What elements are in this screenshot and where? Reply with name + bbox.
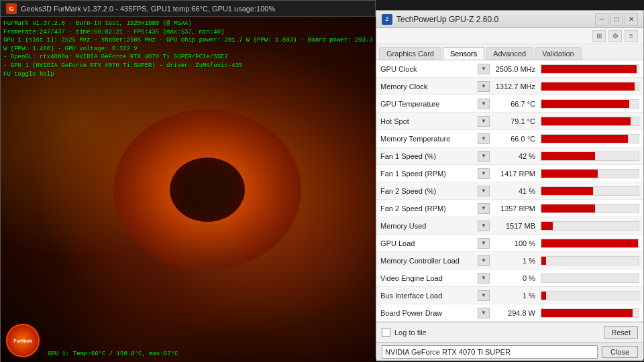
sensor-dropdown-2[interactable]: ▼ (478, 99, 490, 109)
sensor-name-4: Memory Temperature (380, 135, 478, 143)
furmark-info-line-2: Framerate:247/437 - time:00:02:21 - FPS:… (3, 28, 376, 37)
sensor-name-7: Fan 2 Speed (%) (380, 187, 478, 195)
sensor-name-0: GPU Clock (380, 65, 478, 73)
gpuz-tab-bar: Graphics Card Sensors Advanced Validatio… (376, 44, 643, 60)
sensor-bar-8 (541, 204, 595, 213)
sensor-bar-3 (541, 117, 631, 125)
sensor-row: Fan 1 Speed (RPM) ▼ 1417 RPM (376, 165, 643, 182)
sensor-bar-10 (541, 239, 638, 247)
sensor-bar-14 (541, 309, 633, 317)
sensor-value-1: 1312.7 MHz (494, 82, 541, 90)
sensor-dropdown-13[interactable]: ▼ (478, 290, 490, 301)
sensor-value-13: 1 % (494, 292, 541, 300)
sensor-name-13: Bus Interface Load (380, 292, 478, 300)
sensor-bar-1 (541, 82, 635, 90)
furmark-app-icon: G (6, 3, 17, 14)
sensor-dropdown-1[interactable]: ▼ (478, 81, 490, 92)
maximize-button[interactable]: □ (610, 13, 623, 25)
sensor-dropdown-0[interactable]: ▼ (478, 64, 490, 74)
sensor-bar-4 (541, 135, 628, 143)
sensor-dropdown-9[interactable]: ▼ (478, 221, 490, 231)
sensor-dropdown-4[interactable]: ▼ (478, 133, 490, 144)
tab-graphics-card[interactable]: Graphics Card (379, 47, 441, 60)
settings-icon[interactable]: ⚙ (608, 30, 622, 42)
gpuz-window: Z TechPowerUp GPU-Z 2.60.0 ─ □ ✕ ⊞ ⚙ ≡ G… (376, 10, 644, 359)
sensor-value-2: 66.7 °C (494, 100, 541, 108)
sensor-bar-container-1 (541, 82, 639, 91)
gpuz-toolbar: ⊞ ⚙ ≡ (376, 28, 643, 44)
sensor-value-0: 2505.0 MHz (494, 65, 541, 73)
sensor-dropdown-5[interactable]: ▼ (478, 151, 490, 162)
reset-button[interactable]: Reset (604, 326, 638, 339)
sensor-name-9: Memory Used (380, 222, 478, 230)
gpu-selector[interactable]: NVIDIA GeForce RTX 4070 Ti SUPER (382, 345, 598, 359)
sensor-row: GPU Temperature ▼ 66.7 °C (376, 95, 643, 113)
log-to-file-checkbox[interactable] (382, 328, 390, 337)
sensor-name-5: Fan 1 Speed (%) (380, 152, 478, 160)
furmark-content: FurMark v1.37.2.0 - Burn-In test, 1920x1… (1, 17, 376, 362)
sensor-bar-13 (541, 292, 546, 300)
sensor-row: Memory Used ▼ 1517 MB (376, 217, 643, 235)
sensor-row: GPU Load ▼ 100 % (376, 235, 643, 252)
copy-icon[interactable]: ⊞ (592, 30, 606, 42)
sensor-value-5: 42 % (494, 152, 541, 160)
sensor-bar-container-7 (541, 186, 639, 196)
sensor-bar-6 (541, 170, 598, 178)
sensor-row: Fan 2 Speed (RPM) ▼ 1357 RPM (376, 200, 643, 217)
furmark-titlebar: G Geeks3D FurMark v1.37.2.0 - 435FPS, GP… (1, 1, 375, 17)
sensor-row: Board Power Draw ▼ 294.8 W (376, 304, 643, 322)
sensor-dropdown-10[interactable]: ▼ (478, 238, 490, 249)
sensor-row: Memory Controller Load ▼ 1 % (376, 252, 643, 269)
tab-advanced[interactable]: Advanced (486, 47, 533, 60)
sensor-row: Memory Temperature ▼ 66.0 °C (376, 130, 643, 147)
sensor-bar-container-9 (541, 221, 639, 231)
minimize-button[interactable]: ─ (595, 13, 608, 25)
sensor-bar-5 (541, 152, 595, 160)
sensor-value-10: 100 % (494, 239, 541, 247)
sensor-dropdown-3[interactable]: ▼ (478, 116, 490, 127)
sensor-bar-container-6 (541, 169, 639, 178)
sensor-value-7: 41 % (494, 187, 541, 195)
gpuz-titlebar-controls[interactable]: ─ □ ✕ (595, 13, 638, 25)
furmark-bottom-info: GPU 1: Temp:66°C / 150.8°C, max:67°C (48, 351, 178, 357)
sensor-name-8: Fan 2 Speed (RPM) (380, 204, 478, 213)
sensor-dropdown-11[interactable]: ▼ (478, 255, 490, 266)
sensor-bar-11 (541, 257, 546, 265)
furmark-title: Geeks3D FurMark v1.37.2.0 - 435FPS, GPU1… (21, 5, 275, 13)
sensor-row: Fan 2 Speed (%) ▼ 41 % (376, 182, 643, 200)
gpuz-footer: NVIDIA GeForce RTX 4070 Ti SUPER Close (376, 342, 643, 361)
sensor-row: Fan 1 Speed (%) ▼ 42 % (376, 147, 643, 165)
sensor-name-3: Hot Spot (380, 117, 478, 125)
gpuz-titlebar: Z TechPowerUp GPU-Z 2.60.0 ─ □ ✕ (376, 11, 643, 28)
furmark-info-line-6: FU toggle help (3, 70, 376, 79)
sensor-value-8: 1357 RPM (494, 204, 541, 213)
sensor-bar-9 (541, 222, 553, 230)
tab-sensors[interactable]: Sensors (443, 47, 484, 60)
sensor-bar-container-14 (541, 308, 639, 318)
sensor-bar-7 (541, 187, 593, 195)
sensor-dropdown-8[interactable]: ▼ (478, 203, 490, 214)
window-close-button[interactable]: ✕ (625, 13, 638, 25)
sensor-bar-2 (541, 100, 629, 108)
tab-validation[interactable]: Validation (535, 47, 582, 60)
sensor-row: Memory Clock ▼ 1312.7 MHz (376, 78, 643, 95)
sensor-dropdown-12[interactable]: ▼ (478, 273, 490, 284)
log-to-file-label: Log to file (394, 328, 600, 337)
sensor-dropdown-14[interactable]: ▼ (478, 308, 490, 318)
sensor-bar-0 (541, 65, 637, 73)
sensor-row: Bus Interface Load ▼ 1 % (376, 287, 643, 304)
sensor-dropdown-7[interactable]: ▼ (478, 186, 490, 196)
menu-icon[interactable]: ≡ (625, 30, 638, 42)
furmark-info-line-1: FurMark v1.37.2.0 - Burn-In test, 1920x1… (3, 19, 376, 28)
sensor-name-1: Memory Clock (380, 82, 478, 90)
furmark-window: G Geeks3D FurMark v1.37.2.0 - 435FPS, GP… (0, 0, 376, 362)
sensor-value-12: 0 % (494, 274, 541, 282)
sensor-bar-container-12 (541, 274, 639, 283)
furmark-info-overlay: FurMark v1.37.2.0 - Burn-In test, 1920x1… (3, 19, 376, 78)
sensor-dropdown-6[interactable]: ▼ (478, 168, 490, 179)
sensor-name-6: Fan 1 Speed (RPM) (380, 170, 478, 178)
gpuz-sensors-list: GPU Clock ▼ 2505.0 MHz Memory Clock ▼ 13… (376, 60, 643, 322)
close-button[interactable]: Close (602, 346, 638, 358)
sensor-value-6: 1417 RPM (494, 170, 541, 178)
sensor-bar-container-5 (541, 152, 639, 161)
